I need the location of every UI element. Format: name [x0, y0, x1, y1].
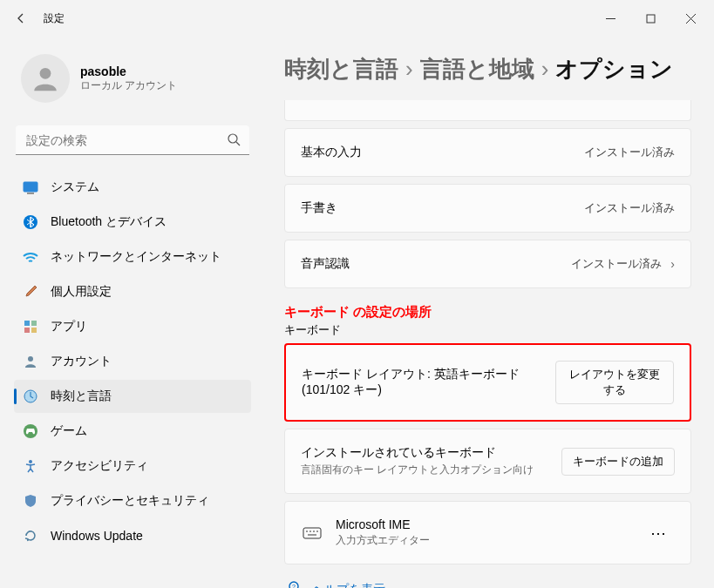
- accessibility-icon: [23, 458, 38, 474]
- card-label: 音声認識: [301, 256, 350, 272]
- sidebar-item-network[interactable]: ネットワークとインターネット: [14, 240, 251, 274]
- accounts-icon: [23, 354, 38, 369]
- sidebar-item-label: ゲーム: [51, 423, 87, 439]
- clock-globe-icon: [23, 389, 38, 404]
- installed-status: インストール済み: [584, 145, 675, 160]
- person-icon: [31, 64, 60, 93]
- card-installed-keyboards[interactable]: インストールされているキーボード 言語固有のキー レイアウトと入力オプション向け…: [284, 429, 691, 494]
- sidebar-item-label: アクセシビリティ: [51, 458, 148, 474]
- svg-point-17: [29, 460, 32, 463]
- help-icon: ?: [288, 580, 303, 588]
- user-sub: ローカル アカウント: [80, 78, 177, 93]
- user-block[interactable]: pasoble ローカル アカウント: [14, 37, 251, 118]
- svg-rect-12: [24, 328, 30, 333]
- minimize-button[interactable]: [590, 4, 630, 32]
- maximize-button[interactable]: [630, 4, 670, 32]
- chevron-right-icon: ›: [670, 257, 675, 271]
- installed-status: インストール済み: [584, 200, 675, 216]
- sidebar-item-label: ネットワークとインターネット: [51, 249, 221, 265]
- sidebar-item-apps[interactable]: アプリ: [14, 310, 251, 343]
- card-basic-input[interactable]: 基本の入力 インストール済み: [284, 128, 691, 177]
- sidebar-item-label: アプリ: [51, 319, 87, 335]
- ime-label: Microsoft IME: [336, 517, 430, 531]
- sidebar-item-accessibility[interactable]: アクセシビリティ: [14, 449, 251, 483]
- bluetooth-icon: [23, 214, 38, 230]
- sidebar-item-label: アカウント: [51, 354, 112, 369]
- sidebar-item-privacy[interactable]: プライバシーとセキュリティ: [14, 484, 251, 517]
- add-keyboard-button[interactable]: キーボードの追加: [561, 448, 675, 476]
- avatar: [21, 54, 70, 103]
- chevron-right-icon: ›: [541, 56, 549, 83]
- breadcrumb-time-language[interactable]: 時刻と言語: [284, 54, 398, 84]
- card-label: 手書き: [301, 200, 337, 216]
- svg-point-14: [28, 356, 33, 362]
- gaming-icon: [23, 423, 38, 439]
- search-input[interactable]: [16, 125, 249, 155]
- sidebar-item-system[interactable]: システム: [14, 171, 251, 204]
- app-title: 設定: [44, 11, 65, 26]
- chevron-right-icon: ›: [405, 56, 413, 83]
- breadcrumb: 時刻と言語 › 言語と地域 › オプション: [284, 54, 691, 84]
- svg-text:?: ?: [292, 584, 296, 588]
- svg-rect-13: [31, 328, 37, 333]
- user-name: pasoble: [80, 64, 177, 78]
- installed-kb-desc: 言語固有のキー レイアウトと入力オプション向け: [301, 463, 534, 477]
- keyboard-icon: [301, 524, 323, 543]
- sidebar-item-label: システム: [51, 179, 99, 195]
- sidebar-item-label: Windows Update: [51, 529, 143, 543]
- maximize-icon: [646, 14, 656, 24]
- sidebar-item-accounts[interactable]: アカウント: [14, 345, 251, 378]
- update-icon: [23, 528, 38, 544]
- card-label: 基本の入力: [301, 145, 362, 160]
- change-layout-button[interactable]: レイアウトを変更する: [555, 361, 674, 404]
- keyboard-layout-label: キーボード レイアウト: 英語キーボード (101/102 キー): [302, 367, 555, 398]
- sidebar-item-label: プライバシーとセキュリティ: [51, 493, 209, 509]
- more-button[interactable]: ⋯: [643, 520, 675, 546]
- breadcrumb-language-region[interactable]: 言語と地域: [420, 54, 534, 84]
- close-icon: [686, 14, 696, 24]
- svg-rect-1: [647, 15, 655, 23]
- sidebar-item-label: 個人用設定: [51, 284, 112, 300]
- section-label-keyboard: キーボード: [284, 322, 691, 338]
- brush-icon: [23, 284, 38, 300]
- ime-desc: 入力方式エディター: [336, 533, 430, 548]
- system-icon: [23, 179, 38, 195]
- sidebar-item-personalization[interactable]: 個人用設定: [14, 275, 251, 308]
- wifi-icon: [23, 249, 38, 265]
- svg-rect-11: [31, 321, 37, 326]
- sidebar-item-update[interactable]: Windows Update: [14, 519, 251, 552]
- apps-icon: [23, 319, 38, 335]
- shield-icon: [23, 493, 38, 509]
- card-handwriting[interactable]: 手書き インストール済み: [284, 184, 691, 233]
- help-link[interactable]: ヘルプを表示: [312, 582, 385, 588]
- sidebar-item-bluetooth[interactable]: Bluetooth とデバイス: [14, 206, 251, 239]
- sidebar-item-gaming[interactable]: ゲーム: [14, 415, 251, 448]
- installed-kb-label: インストールされているキーボード: [301, 445, 534, 461]
- svg-rect-10: [24, 321, 30, 326]
- arrow-left-icon: [14, 11, 28, 25]
- card-speech[interactable]: 音声認識 インストール済み ›: [284, 240, 691, 288]
- sidebar-item-label: 時刻と言語: [51, 389, 112, 404]
- minimize-icon: [606, 14, 615, 24]
- card-keyboard-layout: キーボード レイアウト: 英語キーボード (101/102 キー) レイアウトを…: [284, 343, 691, 422]
- svg-rect-7: [24, 182, 37, 192]
- sidebar-item-label: Bluetooth とデバイス: [51, 214, 167, 230]
- annotation-label: キーボード の設定の場所: [284, 304, 691, 321]
- svg-rect-18: [303, 528, 321, 538]
- close-button[interactable]: [670, 4, 711, 32]
- card-partial[interactable]: [284, 100, 691, 121]
- breadcrumb-current: オプション: [555, 54, 673, 84]
- svg-point-4: [40, 68, 51, 79]
- back-button[interactable]: [3, 1, 38, 36]
- sidebar-item-time-language[interactable]: 時刻と言語: [14, 380, 251, 413]
- card-microsoft-ime[interactable]: Microsoft IME 入力方式エディター ⋯: [284, 501, 691, 564]
- installed-status: インストール済み: [571, 256, 662, 272]
